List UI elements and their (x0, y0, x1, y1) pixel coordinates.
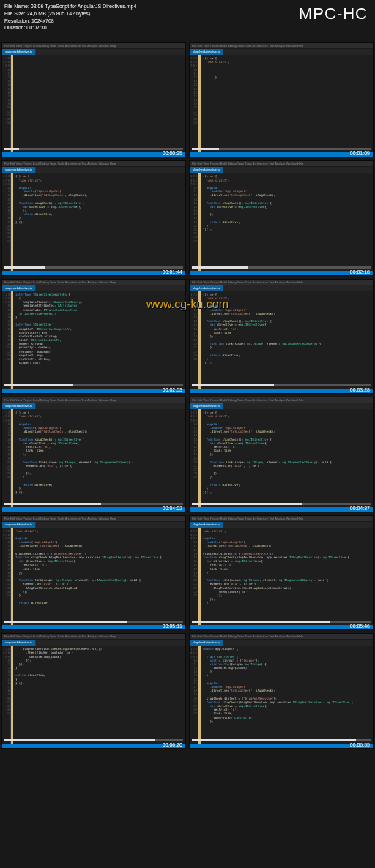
active-tab[interactable]: slugcheckdirective.ts (190, 49, 223, 55)
vs-menu-bar: File Edit View Project Build Debug Team … (2, 161, 185, 167)
editor-tabs: slugcheckdirective.ts (2, 167, 185, 173)
line-numbers: 1 2 3 4 5 6 7 8 9 10 11 12 13 14 15 16 1… (2, 291, 11, 389)
code-content: (() => { 'use strict'; angular .module('… (13, 173, 185, 270)
file-info-header: File Name: 03 06 TypeScript for AngularJ… (0, 0, 375, 41)
line-numbers: 1 2 3 4 5 6 7 8 9 10 11 12 13 14 15 16 1… (2, 646, 11, 743)
vs-menu-bar: File Edit View Project Build Debug Team … (2, 280, 185, 285)
code-content: (() => { 'use strict'; angular .module('… (201, 409, 373, 506)
thumbnail[interactable]: File Edit View Project Build Debug Team … (1, 515, 186, 630)
line-numbers: 1 2 3 4 5 6 7 8 9 10 11 12 13 14 15 16 1… (190, 528, 198, 625)
timestamp: 00:06:55 (350, 742, 370, 747)
line-numbers: 1 2 3 4 5 6 7 8 9 10 11 12 13 14 15 16 1… (190, 291, 198, 389)
code-editor[interactable]: 1 2 3 4 5 6 7 8 9 10 11 12 13 14 15 16 1… (2, 528, 185, 625)
code-editor[interactable]: 1 2 3 4 5 6 7 8 9 10 11 12 13 14 15 16 1… (190, 646, 373, 743)
seek-bar[interactable] (4, 739, 183, 741)
seek-bar[interactable] (4, 148, 183, 150)
active-tab[interactable]: slugcheckdirective.ts (190, 522, 223, 528)
timestamp: 00:05:46 (350, 624, 370, 629)
thumbnail[interactable]: File Edit View Project Build Debug Team … (189, 42, 374, 157)
meta-info: File Name: 03 06 TypeScript for AngularJ… (4, 3, 136, 38)
thumbnail[interactable]: File Edit View Project Build Debug Team … (1, 397, 186, 512)
vs-menu-bar: File Edit View Project Build Debug Team … (2, 516, 185, 522)
code-editor[interactable]: 1 2 3 4 5 6 7 8 9 10 11 12 13 14 15 16 1… (190, 528, 373, 625)
seek-bar[interactable] (192, 148, 371, 150)
line-numbers: 1 2 3 4 5 6 7 8 9 10 11 12 13 14 15 16 1… (190, 55, 198, 152)
seek-bar[interactable] (192, 503, 371, 505)
code-content: module app.widgets { class Controller { … (201, 646, 373, 743)
vs-menu-bar: File Edit View Project Build Debug Team … (190, 397, 373, 403)
active-tab[interactable]: slugcheckdirective.ts (2, 640, 36, 646)
active-tab[interactable]: slugcheckdirective.ts (2, 522, 36, 528)
thumbnail[interactable]: File Edit View Project Build Debug Team … (1, 160, 186, 275)
line-numbers: 1 2 3 4 5 6 7 8 9 10 11 12 13 14 15 16 1… (190, 646, 198, 743)
code-editor[interactable]: 1 2 3 4 5 6 7 8 9 10 11 12 13 14 15 16 1… (190, 291, 373, 389)
code-editor[interactable]: 1 2 3 4 5 6 7 8 9 10 11 12 13 14 15 16 1… (2, 173, 185, 270)
code-editor[interactable]: 1 2 3 4 5 6 7 8 9 10 11 12 13 14 15 16 1… (2, 409, 185, 506)
seek-bar[interactable] (4, 621, 183, 623)
code-content: interface IDirectiveCompileFn { ( templa… (13, 291, 185, 389)
code-editor[interactable]: 1 2 3 4 5 6 7 8 9 10 11 12 13 14 15 16 1… (2, 646, 185, 743)
code-editor[interactable]: 1 2 3 4 5 6 7 8 9 10 11 12 13 14 15 16 1… (190, 409, 373, 506)
seek-bar[interactable] (192, 384, 371, 386)
editor-tabs: slugcheckdirective.ts (190, 285, 373, 291)
code-editor[interactable]: 1 2 3 4 5 6 7 8 9 10 11 12 13 14 15 16 1… (190, 173, 373, 270)
timestamp: 00:06:20 (163, 742, 182, 747)
code-editor[interactable]: 1 2 3 4 5 6 7 8 9 10 11 12 13 14 15 16 1… (190, 55, 373, 152)
timestamp: 00:01:44 (163, 269, 182, 274)
vs-status-bar (190, 625, 373, 629)
code-editor[interactable]: 1 2 3 4 5 6 7 8 9 10 11 12 13 14 15 16 1… (2, 55, 185, 152)
vs-menu-bar: File Edit View Project Build Debug Team … (190, 280, 373, 285)
editor-tabs: slugcheckdirective.ts (190, 403, 373, 409)
vs-status-bar (190, 507, 373, 512)
timestamp: 00:03:28 (350, 387, 370, 392)
thumbnail[interactable]: File Edit View Project Build Debug Team … (1, 42, 186, 157)
seek-bar[interactable] (4, 503, 183, 505)
vs-status-bar (190, 152, 373, 157)
vs-menu-bar: File Edit View Project Build Debug Team … (190, 634, 373, 640)
editor-tabs: slugcheckdirective.ts (190, 640, 373, 646)
editor-tabs: slugcheckdirective.ts (2, 640, 185, 646)
seek-bar[interactable] (192, 621, 371, 623)
active-tab[interactable]: slugcheckdirective.ts (2, 403, 36, 409)
seek-bar[interactable] (192, 266, 371, 269)
code-content: blogPostService.checkSlugInUse(element.v… (13, 646, 185, 743)
active-tab[interactable]: slugcheckdirective.ts (2, 167, 36, 173)
vs-menu-bar: File Edit View Project Build Debug Team … (2, 397, 185, 403)
thumbnail[interactable]: File Edit View Project Build Debug Team … (189, 515, 374, 630)
seek-bar[interactable] (192, 739, 371, 741)
thumbnail-grid: File Edit View Project Build Debug Team … (0, 41, 375, 868)
active-tab[interactable]: slugcheckdirective.ts (190, 640, 223, 646)
vs-status-bar (2, 744, 185, 748)
editor-tabs: slugcheckdirective.ts (2, 49, 185, 55)
editor-tabs: slugcheckdirective.ts (2, 285, 185, 291)
thumbnail[interactable]: File Edit View Project Build Debug Team … (189, 279, 374, 394)
line-numbers: 1 2 3 4 5 6 7 8 9 10 11 12 13 14 15 16 1… (190, 173, 198, 270)
timestamp: 00:04:02 (163, 506, 182, 511)
vs-status-bar (2, 271, 185, 275)
vs-status-bar (190, 744, 373, 748)
code-editor[interactable]: 1 2 3 4 5 6 7 8 9 10 11 12 13 14 15 16 1… (2, 291, 185, 389)
vs-menu-bar: File Edit View Project Build Debug Team … (190, 43, 373, 49)
vs-menu-bar: File Edit View Project Build Debug Team … (2, 634, 185, 640)
editor-tabs: slugcheckdirective.ts (190, 522, 373, 528)
seek-bar[interactable] (4, 266, 183, 269)
vs-menu-bar: File Edit View Project Build Debug Team … (190, 516, 373, 522)
timestamp: 00:02:53 (163, 387, 182, 392)
active-tab[interactable]: slugcheckdirective.ts (190, 167, 223, 173)
line-numbers: 1 2 3 4 5 6 7 8 9 10 11 12 13 14 15 16 1… (2, 409, 11, 506)
thumbnail[interactable]: File Edit View Project Build Debug Team … (1, 633, 186, 748)
active-tab[interactable]: slugcheckdirective.ts (2, 49, 36, 55)
active-tab[interactable]: slugcheckdirective.ts (190, 285, 223, 291)
vs-status-bar (2, 389, 185, 393)
active-tab[interactable]: slugcheckdirective.ts (2, 285, 36, 291)
editor-tabs: slugcheckdirective.ts (2, 522, 185, 528)
thumbnail[interactable]: File Edit View Project Build Debug Team … (1, 279, 186, 394)
thumbnail[interactable]: File Edit View Project Build Debug Team … (189, 397, 374, 512)
thumbnail[interactable]: File Edit View Project Build Debug Team … (189, 160, 374, 275)
code-content: 'use strict'; angular .module('app.widge… (13, 528, 185, 625)
active-tab[interactable]: slugcheckdirective.ts (190, 403, 223, 409)
line-numbers: 1 2 3 4 5 6 7 8 9 10 11 12 13 14 15 16 1… (2, 528, 11, 625)
resolution: 1024x768 (31, 18, 54, 23)
seek-bar[interactable] (4, 384, 183, 386)
thumbnail[interactable]: File Edit View Project Build Debug Team … (189, 633, 374, 748)
